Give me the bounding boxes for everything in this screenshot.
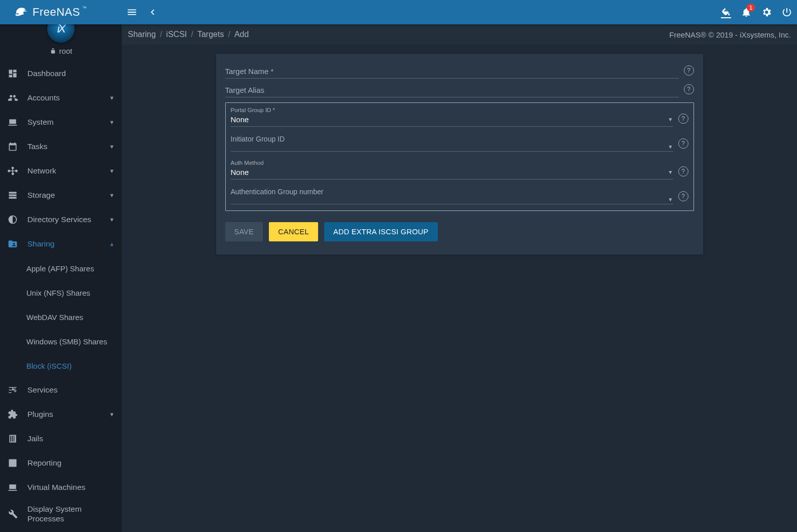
chevron-down-icon: ▼ [109,411,115,417]
nav-list: Dashboard Accounts▼ System▼ Tasks▼ Netwo… [0,61,122,528]
sidebar-item-plugins[interactable]: Plugins▼ [0,402,122,427]
sidebar-item-vm[interactable]: Virtual Machines [0,475,122,500]
laptop-icon [8,117,18,127]
help-icon[interactable]: ? [678,191,688,201]
tune-icon [8,385,18,395]
help-icon[interactable]: ? [684,84,694,94]
power-button[interactable] [777,2,797,22]
auth-group-select[interactable]: ▼ [231,197,673,204]
main-content: ? ? Portal Group ID * None ▼ ? [122,0,797,532]
crumb-add[interactable]: Add [234,30,249,39]
sidebar-item-network[interactable]: Network▼ [0,159,122,183]
sidebar-item-services[interactable]: Services [0,378,122,402]
field-portal-group: Portal Group ID * None ▼ ? [231,107,688,127]
field-target-alias: ? [225,84,694,97]
initiator-group-select[interactable]: ▼ [231,144,673,152]
form-card: ? ? Portal Group ID * None ▼ ? [216,54,703,255]
sidebar-sub-nfs[interactable]: Unix (NFS) Shares [0,280,122,305]
network-icon [8,166,18,176]
chevron-up-icon: ▲ [109,241,115,247]
sidebar-item-storage[interactable]: Storage▼ [0,183,122,207]
laptop-icon [8,482,18,492]
chevron-down-icon: ▼ [109,192,115,198]
gear-icon [761,7,772,18]
sidebar: iX root Dashboard Accounts▼ System▼ Task… [0,24,122,532]
auth-group-label: Authentication Group number [231,188,673,196]
field-auth-group: Authentication Group number ▼ ? [231,188,688,204]
iscsi-group-box: Portal Group ID * None ▼ ? Initiator Gro… [225,102,694,211]
sidebar-sub-smb[interactable]: Windows (SMB) Shares [0,329,122,353]
topbar: FreeNAS™ 1 [0,0,797,24]
chart-icon [8,458,18,468]
crumb-targets[interactable]: Targets [197,30,224,39]
sidebar-item-tasks[interactable]: Tasks▼ [0,134,122,159]
notification-badge: 1 [747,4,755,12]
calendar-icon [8,141,18,152]
add-extra-iscsi-group-button[interactable]: ADD EXTRA ISCSI GROUP [324,222,438,241]
avatar: iX [47,24,75,43]
form-actions: SAVE CANCEL ADD EXTRA ISCSI GROUP [225,222,694,241]
folder-shared-icon [8,239,18,249]
chevron-down-icon: ▼ [109,144,115,150]
sidebar-item-accounts[interactable]: Accounts▼ [0,86,122,110]
user-name: root [50,47,73,55]
dashboard-icon [8,68,18,79]
sidebar-item-processes[interactable]: Display System Processes [0,500,122,528]
sidebar-sub-afp[interactable]: Apple (AFP) Shares [0,256,122,280]
portal-group-label: Portal Group ID * [231,107,673,113]
chevron-down-icon: ▼ [109,217,115,223]
sidebar-item-jails[interactable]: Jails [0,427,122,451]
help-icon[interactable]: ? [678,166,688,176]
lock-icon [50,48,56,54]
help-icon[interactable]: ? [678,138,688,149]
field-target-name: ? [225,65,694,79]
help-icon[interactable]: ? [678,114,688,124]
portal-group-select[interactable]: None ▼ [231,113,673,127]
brand-name: FreeNAS [32,6,80,19]
target-alias-input[interactable] [225,84,679,97]
sidebar-item-dashboard[interactable]: Dashboard [0,61,122,86]
user-block: iX root [0,24,122,61]
sidebar-item-sharing[interactable]: Sharing▲ [0,232,122,256]
hamburger-icon [126,7,137,18]
sidebar-sub-webdav[interactable]: WebDAV Shares [0,305,122,329]
cancel-button[interactable]: CANCEL [269,222,318,241]
auth-method-select[interactable]: None ▼ [231,166,673,180]
menu-toggle-button[interactable] [122,2,142,22]
freenas-logo-icon [14,5,29,20]
chevron-down-icon: ▼ [668,144,673,150]
chevron-down-icon: ▼ [109,168,115,174]
crumb-sharing[interactable]: Sharing [128,30,156,39]
sidebar-collapse-button[interactable] [142,2,162,22]
settings-button[interactable] [756,2,777,22]
sidebar-sub-iscsi[interactable]: Block (iSCSI) [0,353,122,378]
chevron-down-icon: ▼ [668,117,673,122]
target-name-input[interactable] [225,65,679,79]
chevron-down-icon: ▼ [109,95,115,101]
notifications-button[interactable]: 1 [736,2,756,22]
sidebar-item-directory-services[interactable]: Directory Services▼ [0,207,122,232]
field-auth-method: Auth Method None ▼ ? [231,160,688,180]
chevron-left-icon [147,7,158,18]
sidebar-item-system[interactable]: System▼ [0,110,122,134]
jail-icon [8,434,18,444]
help-icon[interactable]: ? [684,65,694,76]
initiator-group-label: Initiator Group ID [231,135,673,143]
format-color-fill-icon [721,7,731,17]
breadcrumb: Sharing/ iSCSI/ Targets/ Add [128,30,249,39]
power-icon [781,7,792,18]
extension-icon [8,409,18,419]
storage-icon [8,190,18,200]
sidebar-item-reporting[interactable]: Reporting [0,451,122,475]
build-icon [8,509,18,519]
chevron-down-icon: ▼ [109,119,115,125]
chevron-down-icon: ▼ [668,169,673,175]
accounts-icon [8,93,18,103]
theme-button[interactable] [716,2,736,22]
field-initiator-group: Initiator Group ID ▼ ? [231,135,688,152]
crumb-iscsi[interactable]: iSCSI [166,30,187,39]
chevron-down-icon: ▼ [668,197,673,202]
adjust-icon [8,215,18,225]
save-button[interactable]: SAVE [225,222,263,241]
brand-tm: ™ [82,6,87,11]
